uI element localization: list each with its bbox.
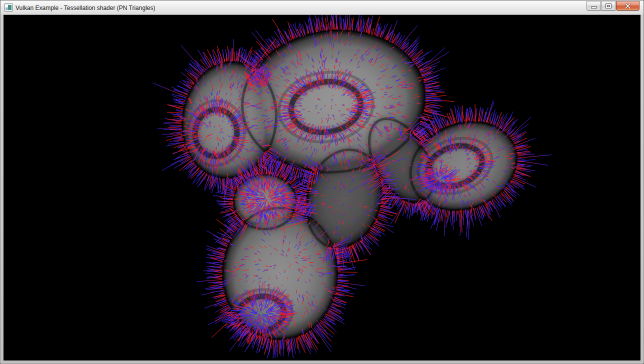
app-window: Vulkan Example - Tessellation shader (PN…: [0, 0, 644, 364]
maximize-button[interactable]: [602, 1, 616, 10]
render-viewport-canvas[interactable]: [4, 15, 640, 360]
minimize-button[interactable]: [586, 1, 601, 10]
maximize-icon: [606, 4, 612, 8]
close-button[interactable]: [616, 1, 640, 10]
minimize-icon: [591, 6, 597, 8]
window-title: Vulkan Example - Tessellation shader (PN…: [16, 4, 155, 12]
close-icon: [625, 4, 630, 8]
window-controls: [586, 1, 640, 10]
app-icon[interactable]: [4, 4, 12, 12]
application-icon: [4, 4, 12, 12]
title-bar[interactable]: Vulkan Example - Tessellation shader (PN…: [0, 0, 644, 15]
